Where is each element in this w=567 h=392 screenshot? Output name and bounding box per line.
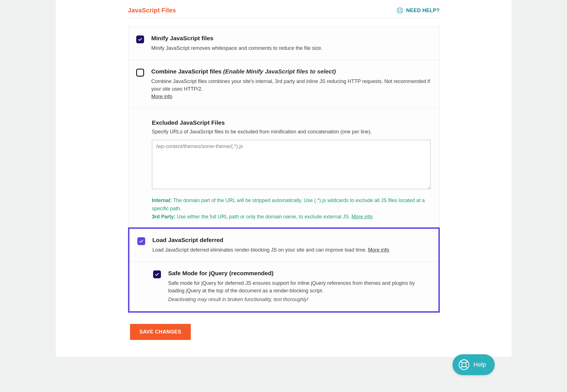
option-combine: Combine JavaScript files (Enable Minify …: [128, 60, 440, 109]
need-help-link[interactable]: NEED HELP?: [396, 7, 440, 14]
defer-desc-text: Load JavaScript deferred eliminates rend…: [153, 247, 368, 253]
excluded-desc: Specify URLs of JavaScript files to be e…: [152, 129, 431, 135]
option-defer: Load JavaScript deferred Load JavaScript…: [129, 229, 438, 262]
minify-title: Minify JavaScript files: [151, 35, 431, 42]
need-help-label: NEED HELP?: [406, 8, 440, 14]
svg-point-1: [399, 9, 401, 12]
section-header: JavaScript Files NEED HELP?: [128, 0, 440, 18]
svg-line-4: [398, 11, 399, 12]
svg-line-5: [401, 11, 402, 12]
excluded-hints: Internal: The domain part of the URL wil…: [152, 196, 431, 221]
option-minify: Minify JavaScript files Minify JavaScrip…: [128, 27, 440, 60]
combine-checkbox[interactable]: [136, 69, 144, 77]
safemode-desc-text: Safe mode for jQuery for deferred JS ens…: [168, 280, 415, 294]
svg-line-9: [466, 361, 468, 363]
hint-3rdparty-text: Use either the full URL path or only the…: [176, 214, 352, 219]
svg-line-2: [398, 8, 399, 10]
svg-line-8: [460, 361, 463, 363]
hint-more-info-link[interactable]: More info: [351, 214, 373, 219]
defer-title: Load JavaScript deferred: [153, 237, 429, 243]
help-fab-label: Help: [473, 361, 486, 368]
hint-3rdparty-label: 3rd Party:: [152, 214, 176, 219]
safemode-checkbox[interactable]: [153, 270, 161, 278]
minify-desc: Minify JavaScript removes whitespace and…: [151, 44, 431, 52]
combine-title: Combine JavaScript files (Enable Minify …: [151, 68, 431, 75]
minify-checkbox[interactable]: [136, 35, 144, 43]
excluded-title: Excluded JavaScript Files: [152, 119, 431, 126]
save-changes-button[interactable]: SAVE CHANGES: [130, 324, 191, 340]
lifebuoy-icon: [396, 7, 403, 14]
safemode-desc: Safe mode for jQuery for deferred JS ens…: [168, 279, 429, 303]
combine-title-note: (Enable Minify JavaScript files to selec…: [223, 68, 336, 75]
combine-desc-text: Combine JavaScript files combines your s…: [151, 79, 430, 92]
combine-more-info-link[interactable]: More info: [151, 94, 172, 99]
excluded-textarea[interactable]: [152, 140, 431, 189]
help-fab[interactable]: Help: [452, 354, 494, 375]
defer-desc: Load JavaScript deferred eliminates rend…: [153, 246, 429, 254]
safemode-title: Safe Mode for jQuery (recommended): [168, 270, 429, 277]
defer-more-info-link[interactable]: More info: [368, 247, 389, 253]
section-title: JavaScript Files: [128, 7, 176, 14]
defer-checkbox[interactable]: [137, 237, 145, 245]
svg-line-10: [460, 366, 463, 369]
hint-internal-text: The domain part of the URL will be strip…: [152, 198, 425, 211]
combine-desc: Combine JavaScript files combines your s…: [151, 78, 431, 100]
js-files-panel: Minify JavaScript files Minify JavaScrip…: [128, 27, 440, 313]
svg-point-7: [462, 362, 466, 367]
safemode-warning: Deactivating may result in broken functi…: [168, 296, 429, 303]
combine-title-text: Combine JavaScript files: [151, 68, 222, 75]
svg-line-11: [466, 366, 468, 369]
svg-line-3: [401, 8, 402, 10]
lifebuoy-icon: [458, 359, 470, 371]
excluded-block: Excluded JavaScript Files Specify URLs o…: [128, 109, 440, 228]
hint-internal-label: Internal:: [152, 198, 172, 203]
defer-highlight-box: Load JavaScript deferred Load JavaScript…: [128, 227, 440, 313]
option-safemode: Safe Mode for jQuery (recommended) Safe …: [129, 262, 438, 311]
